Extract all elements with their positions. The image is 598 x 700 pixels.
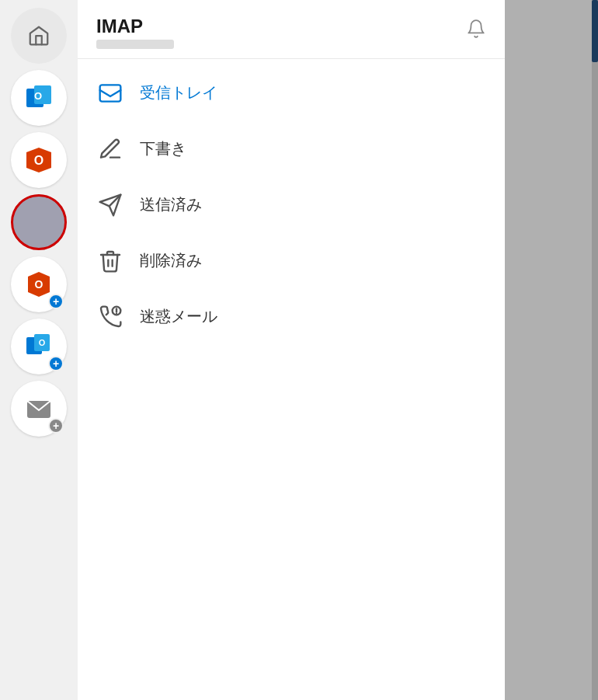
nav-label-drafts: 下書き <box>140 138 186 159</box>
nav-label-sent: 送信済み <box>140 194 202 215</box>
sidebar-item-add-outlook[interactable]: O + <box>11 319 67 374</box>
sidebar: O O O + O <box>0 0 78 700</box>
sidebar-item-add-mail[interactable]: + <box>11 381 67 437</box>
header-subtitle <box>96 40 174 49</box>
bell-icon[interactable] <box>466 19 486 39</box>
nav-item-drafts[interactable]: 下書き <box>78 121 505 177</box>
spam-icon <box>96 303 124 331</box>
add-office-badge: + <box>48 294 64 309</box>
svg-rect-11 <box>100 85 121 101</box>
outlook-add-icon: O <box>25 333 53 360</box>
office-icon: O <box>23 145 54 176</box>
outlook-icon: O <box>23 82 54 113</box>
add-mail-badge: + <box>48 418 64 434</box>
svg-text:O: O <box>35 278 43 291</box>
page-title: IMAP <box>96 16 174 38</box>
right-panel <box>505 0 598 700</box>
draft-icon <box>96 135 124 163</box>
office-add-icon: O <box>25 270 53 298</box>
scrollbar-thumb <box>592 0 598 62</box>
header: IMAP <box>78 0 505 59</box>
mail-add-icon <box>25 395 53 423</box>
sidebar-item-outlook[interactable]: O <box>11 70 67 126</box>
add-outlook-badge: + <box>48 356 64 371</box>
nav-label-trash: 削除済み <box>140 250 202 271</box>
nav-item-trash[interactable]: 削除済み <box>78 233 505 289</box>
nav-item-inbox[interactable]: 受信トレイ <box>78 65 505 121</box>
nav-item-spam[interactable]: 迷惑メール <box>78 289 505 345</box>
svg-text:O: O <box>34 154 43 167</box>
nav-menu: 受信トレイ 下書き 送信済み <box>78 59 505 700</box>
header-left: IMAP <box>96 16 174 49</box>
scrollbar[interactable] <box>592 0 598 700</box>
sent-icon <box>96 191 124 219</box>
main-content: IMAP 受信トレイ <box>78 0 505 700</box>
home-icon <box>27 24 50 47</box>
sidebar-item-add-office[interactable]: O + <box>11 256 67 312</box>
sidebar-item-home[interactable] <box>11 8 67 64</box>
svg-text:O: O <box>39 338 46 347</box>
sidebar-item-selected-account[interactable] <box>11 194 67 250</box>
nav-item-sent[interactable]: 送信済み <box>78 177 505 233</box>
sidebar-item-office[interactable]: O <box>11 132 67 188</box>
svg-text:O: O <box>34 90 42 102</box>
trash-icon <box>96 247 124 275</box>
nav-label-inbox: 受信トレイ <box>140 82 217 103</box>
inbox-icon <box>96 79 124 107</box>
nav-label-spam: 迷惑メール <box>140 306 217 327</box>
